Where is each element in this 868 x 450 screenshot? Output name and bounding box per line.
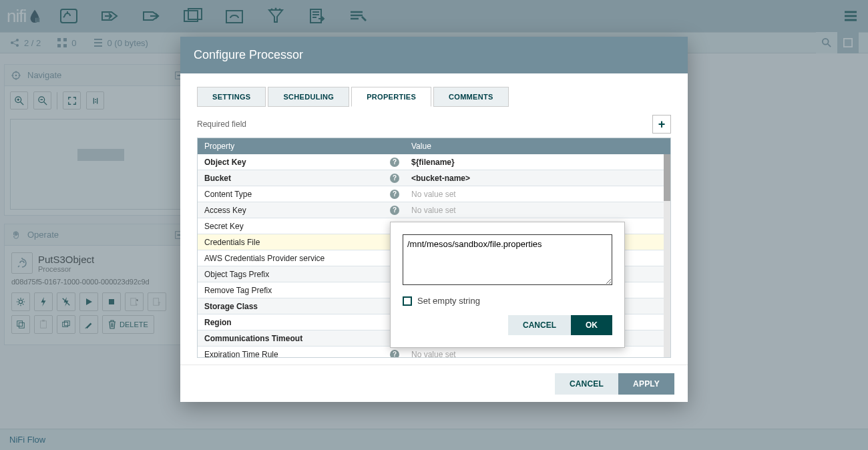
- property-name-cell: Secret Key: [198, 222, 405, 231]
- property-name: Communications Timeout: [204, 334, 302, 343]
- property-name-cell: Region: [198, 318, 405, 327]
- property-name-cell: Storage Class: [198, 302, 405, 311]
- add-property-button[interactable]: +: [652, 115, 671, 134]
- property-value-cell[interactable]: No value set: [405, 206, 664, 215]
- dialog-tabs: SETTINGS SCHEDULING PROPERTIES COMMENTS: [197, 87, 674, 107]
- property-name-cell: Content Type?: [198, 190, 405, 199]
- tab-settings[interactable]: SETTINGS: [197, 87, 266, 107]
- popup-ok-button[interactable]: OK: [571, 315, 612, 335]
- help-icon[interactable]: ?: [390, 350, 399, 358]
- plus-icon: +: [658, 118, 666, 132]
- property-name-cell: Credentials File: [198, 238, 405, 247]
- property-name: Bucket: [204, 174, 231, 183]
- property-name: Region: [204, 318, 232, 327]
- empty-string-row: Set empty string: [403, 296, 612, 306]
- help-icon[interactable]: ?: [390, 206, 399, 215]
- property-name-cell: Object Key?: [198, 158, 405, 167]
- property-name-cell: Remove Tag Prefix: [198, 286, 405, 295]
- required-field-label: Required field: [197, 120, 246, 129]
- property-name-cell: Communications Timeout?: [198, 334, 405, 343]
- dialog-apply-button[interactable]: APPLY: [618, 373, 674, 395]
- property-name: Object Tags Prefix: [204, 270, 269, 279]
- property-value-cell[interactable]: No value set: [405, 190, 664, 199]
- property-name-cell: Bucket?: [198, 174, 405, 183]
- property-name: Expiration Time Rule: [204, 350, 278, 358]
- property-name: Storage Class: [204, 302, 258, 311]
- empty-string-checkbox[interactable]: [403, 296, 412, 306]
- property-name: Object Key: [204, 158, 246, 167]
- help-icon[interactable]: ?: [390, 158, 399, 167]
- help-icon[interactable]: ?: [390, 174, 399, 183]
- property-value-editor: Set empty string CANCEL OK: [390, 222, 625, 348]
- tab-comments[interactable]: COMMENTS: [433, 87, 509, 107]
- popup-footer: CANCEL OK: [403, 315, 612, 335]
- property-name-cell: Expiration Time Rule?: [198, 350, 405, 358]
- property-name: Content Type: [204, 190, 252, 199]
- help-icon[interactable]: ?: [390, 190, 399, 199]
- property-value-cell[interactable]: No value set: [405, 350, 664, 358]
- empty-string-label: Set empty string: [417, 296, 480, 306]
- dialog-footer: CANCEL APPLY: [180, 365, 688, 402]
- property-name: Credentials File: [204, 238, 260, 247]
- property-row[interactable]: Content Type?No value set: [198, 186, 664, 202]
- property-value-cell[interactable]: <bucket-name>: [405, 174, 664, 183]
- dialog-cancel-button[interactable]: CANCEL: [555, 373, 618, 395]
- property-row[interactable]: Bucket?<bucket-name>: [198, 170, 664, 186]
- popup-cancel-button[interactable]: CANCEL: [508, 315, 571, 335]
- dialog-title: Configure Processor: [180, 37, 688, 73]
- property-value-cell[interactable]: ${filename}: [405, 158, 664, 167]
- property-row[interactable]: Expiration Time Rule?No value set: [198, 347, 664, 357]
- property-name-cell: Object Tags Prefix: [198, 270, 405, 279]
- grid-scrollbar[interactable]: [664, 154, 670, 357]
- grid-scroll-thumb[interactable]: [664, 154, 670, 201]
- property-name: AWS Credentials Provider service: [204, 254, 324, 263]
- property-name-cell: AWS Credentials Provider service: [198, 254, 405, 263]
- tab-properties[interactable]: PROPERTIES: [351, 87, 431, 107]
- header-value: Value: [405, 142, 670, 151]
- property-name: Access Key: [204, 206, 246, 215]
- property-name: Secret Key: [204, 222, 244, 231]
- header-property: Property: [198, 142, 405, 151]
- property-row[interactable]: Object Key?${filename}: [198, 154, 664, 170]
- tab-scheduling[interactable]: SCHEDULING: [268, 87, 349, 107]
- grid-header: Property Value: [198, 138, 670, 154]
- property-row[interactable]: Access Key?No value set: [198, 202, 664, 218]
- property-name-cell: Access Key?: [198, 206, 405, 215]
- property-value-textarea[interactable]: [403, 234, 612, 285]
- property-name: Remove Tag Prefix: [204, 286, 272, 295]
